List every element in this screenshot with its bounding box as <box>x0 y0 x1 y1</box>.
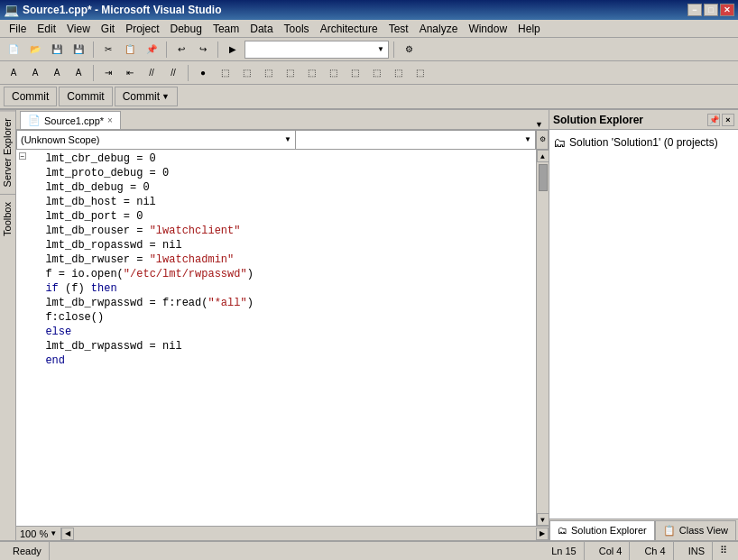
commit-button-1[interactable]: Commit <box>4 87 57 106</box>
minimize-button[interactable]: − <box>687 4 702 16</box>
se-title: Solution Explorer <box>553 114 643 126</box>
status-col-text: Col 4 <box>599 546 623 556</box>
status-ready: Ready <box>5 542 50 560</box>
toolbar-btn-l[interactable]: ⬚ <box>366 63 386 83</box>
sidebar-tab-server-explorer[interactable]: Server Explorer <box>0 110 16 194</box>
title-bar: 💻 Source1.cpp* - Microsoft Visual Studio… <box>0 0 738 20</box>
toolbar-row-1: 📄 📂 💾 💾 ✂ 📋 📌 ↩ ↪ ▶ ▼ ⚙ <box>0 38 738 61</box>
commit-button-3[interactable]: Commit ▼ <box>115 87 178 106</box>
scroll-thumb[interactable] <box>539 164 548 191</box>
scope-arrow-2: ▼ <box>524 135 531 143</box>
se-tab-label-2: Class View <box>679 525 728 536</box>
code-line: end <box>32 353 532 368</box>
breakpoint-button[interactable]: ● <box>193 63 213 83</box>
fold-button[interactable]: − <box>19 152 26 160</box>
scope-dropdown-right[interactable]: ▼ <box>296 130 536 150</box>
commit-dropdown-arrow[interactable]: ▼ <box>161 92 170 101</box>
outdent-button[interactable]: ⇤ <box>120 63 140 83</box>
menu-item-tools[interactable]: Tools <box>279 20 315 38</box>
toolbar-btn-g[interactable]: ⬚ <box>258 63 278 83</box>
se-solution-item[interactable]: 🗂 Solution 'Solution1' (0 projects) <box>553 133 734 151</box>
toolbar-btn-m[interactable]: ⬚ <box>388 63 408 83</box>
menu-item-edit[interactable]: Edit <box>32 20 61 38</box>
indent-button[interactable]: ⇥ <box>98 63 118 83</box>
hscroll-left-button[interactable]: ◀ <box>61 528 74 540</box>
solution-explorer-header: Solution Explorer 📌 × <box>549 110 738 130</box>
horizontal-scrollbar-track[interactable] <box>74 528 536 539</box>
separator-5 <box>93 65 94 81</box>
zoom-arrow[interactable]: ▼ <box>50 529 57 537</box>
save-button[interactable]: 💾 <box>47 40 67 60</box>
code-line: lmt_db_port = 0 <box>32 209 532 224</box>
cut-button[interactable]: ✂ <box>98 40 118 60</box>
close-button[interactable]: ✕ <box>720 4 734 16</box>
menu-item-git[interactable]: Git <box>96 20 120 38</box>
menu-item-debug[interactable]: Debug <box>165 20 208 38</box>
left-sidebar: Server Explorer Toolbox <box>0 110 16 540</box>
scope-settings-button[interactable]: ⚙ <box>536 130 549 150</box>
toolbar-btn-n[interactable]: ⬚ <box>410 63 429 83</box>
menu-item-analyze[interactable]: Analyze <box>414 20 464 38</box>
redo-button[interactable]: ↪ <box>193 40 213 60</box>
code-line: if (f) then <box>32 281 532 296</box>
settings-button[interactable]: ⚙ <box>399 40 419 60</box>
scope-dropdown-left[interactable]: (Unknown Scope) ▼ <box>16 130 296 150</box>
copy-button[interactable]: 📋 <box>120 40 140 60</box>
status-ins: INS <box>681 542 713 560</box>
code-editor[interactable]: lmt_cbr_debug = 0 lmt_proto_debug = 0 lm… <box>29 150 536 526</box>
status-ln: Ln 15 <box>544 542 585 560</box>
sidebar-tab-toolbox[interactable]: Toolbox <box>0 194 16 243</box>
save-all-button[interactable]: 💾 <box>69 40 88 60</box>
vertical-scrollbar[interactable]: ▲ ▼ <box>536 150 549 526</box>
status-ready-text: Ready <box>13 546 42 556</box>
editor-tab-source1[interactable]: 📄 Source1.cpp* × <box>20 111 121 129</box>
menu-item-help[interactable]: Help <box>512 20 546 38</box>
open-button[interactable]: 📂 <box>25 40 45 60</box>
menu-item-architecture[interactable]: Architecture <box>315 20 383 38</box>
status-bar: Ready Ln 15 Col 4 Ch 4 INS ⠿ <box>0 540 738 560</box>
toolbar-btn-e[interactable]: ⬚ <box>215 63 235 83</box>
undo-button[interactable]: ↩ <box>171 40 191 60</box>
toolbar-btn-d[interactable]: A <box>69 63 88 83</box>
hscroll-right-button[interactable]: ▶ <box>536 528 549 540</box>
toolbar-btn-a[interactable]: A <box>4 63 23 83</box>
toolbar-btn-c[interactable]: A <box>47 63 67 83</box>
paste-button[interactable]: 📌 <box>142 40 161 60</box>
scroll-up-button[interactable]: ▲ <box>537 150 549 162</box>
tab-label: Source1.cpp* <box>44 115 104 126</box>
toolbar-btn-b[interactable]: A <box>25 63 45 83</box>
se-close-button[interactable]: × <box>722 114 734 126</box>
maximize-button[interactable]: □ <box>704 4 718 16</box>
toolbar-btn-i[interactable]: ⬚ <box>301 63 321 83</box>
menu-item-team[interactable]: Team <box>208 20 244 38</box>
status-ln-text: Ln 15 <box>551 546 577 556</box>
code-area[interactable]: − lmt_cbr_debug = 0 lmt_proto_debug = 0 … <box>16 150 549 526</box>
tab-arrow[interactable]: ▼ <box>535 120 543 129</box>
toolbar-btn-h[interactable]: ⬚ <box>280 63 300 83</box>
menu-item-view[interactable]: View <box>61 20 96 38</box>
tab-close-button[interactable]: × <box>107 115 113 125</box>
se-tab-class-view[interactable]: 📋 Class View <box>655 520 736 540</box>
separator-4 <box>393 41 394 58</box>
debug-start-button[interactable]: ▶ <box>223 40 243 60</box>
toolbar-btn-f[interactable]: ⬚ <box>236 63 256 83</box>
toggle-comment2[interactable]: // <box>163 63 183 83</box>
toolbar-btn-j[interactable]: ⬚ <box>323 63 343 83</box>
zoom-control[interactable]: 100 % ▼ <box>16 528 60 539</box>
menu-item-test[interactable]: Test <box>383 20 414 38</box>
menu-item-file[interactable]: File <box>4 20 32 38</box>
menu-item-window[interactable]: Window <box>463 20 512 38</box>
menu-item-project[interactable]: Project <box>120 20 164 38</box>
scroll-down-button[interactable]: ▼ <box>537 513 549 526</box>
se-tab-solution-explorer[interactable]: 🗂 Solution Explorer <box>549 520 655 540</box>
menu-item-data[interactable]: Data <box>244 20 278 38</box>
new-file-button[interactable]: 📄 <box>4 40 23 60</box>
code-line: lmt_db_rouser = "lwatchclient" <box>32 224 532 238</box>
toolbar-btn-k[interactable]: ⬚ <box>345 63 364 83</box>
editor-container: 📄 Source1.cpp* × ▼ (Unknown Scope) ▼ ▼ ⚙… <box>16 110 549 540</box>
toggle-comment[interactable]: // <box>142 63 161 83</box>
commit-button-2[interactable]: Commit <box>59 87 112 106</box>
editor-bottom: 100 % ▼ ◀ ▶ <box>16 526 549 540</box>
debug-target-dropdown[interactable]: ▼ <box>244 41 389 59</box>
se-pin-button[interactable]: 📌 <box>707 114 720 126</box>
